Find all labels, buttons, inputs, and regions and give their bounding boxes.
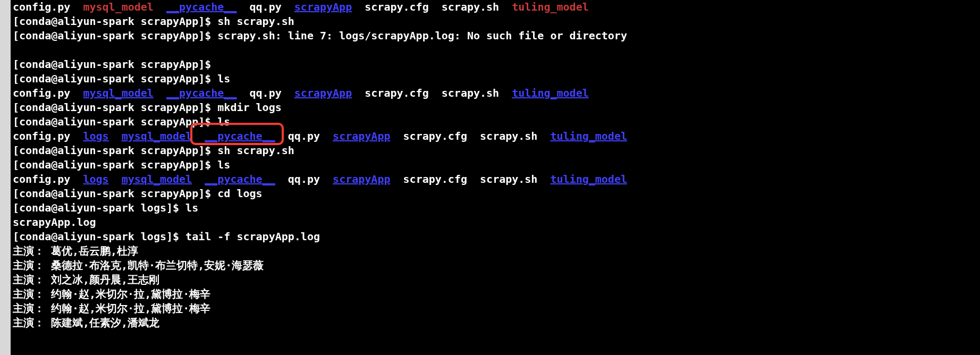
terminal-text-segment: __pycache__ [166, 1, 236, 13]
terminal-text-segment: mysql_model [122, 130, 192, 142]
terminal-text-segment: [conda@aliyun-spark scrapyApp]$ sh scrap… [13, 15, 294, 28]
terminal-text-segment: 主演： 葛优,岳云鹏,杜淳 [13, 244, 138, 257]
terminal-text-segment: mysql_model [83, 1, 153, 13]
terminal-text-segment: qq.py [236, 87, 294, 99]
terminal-text-segment: [conda@aliyun-spark scrapyApp]$ ls [13, 115, 230, 128]
terminal-text-segment: qq.py [275, 130, 333, 142]
terminal-line [13, 43, 980, 57]
terminal-line: config.py mysql_model __pycache__ qq.py … [13, 86, 980, 100]
terminal-text-segment [154, 1, 166, 13]
terminal-line: config.py logs mysql_model __pycache__ q… [13, 172, 980, 187]
terminal-text-segment: [conda@aliyun-spark scrapyApp]$ [13, 58, 217, 71]
terminal-text-segment: scrapyApp.log [13, 216, 96, 229]
terminal-text-segment: logs [83, 130, 108, 142]
terminal-text-segment: [conda@aliyun-spark scrapyApp]$ sh scrap… [13, 144, 294, 157]
terminal-line: [conda@aliyun-spark scrapyApp]$ [13, 57, 980, 72]
terminal-text-segment: tuling_model [512, 87, 589, 99]
terminal-line: config.py logs mysql_model __pycache__ q… [13, 129, 980, 143]
terminal-line: config.py mysql_model __pycache__ qq.py … [13, 0, 980, 14]
terminal-text-segment: 主演： 约翰·赵,米切尔·拉,黛博拉·梅辛 [13, 302, 210, 315]
terminal-text-segment [192, 173, 205, 185]
terminal-line: 主演： 葛优,岳云鹏,杜淳 [13, 244, 980, 258]
terminal-text-segment: scrapyApp [333, 173, 390, 185]
terminal-line: [conda@aliyun-spark scrapyApp]$ scrapy.s… [13, 29, 980, 43]
terminal-text-segment: scrapy.cfg scrapy.sh [390, 173, 550, 185]
terminal-text-segment: logs [83, 173, 108, 185]
terminal-line: [conda@aliyun-spark scrapyApp]$ ls [13, 72, 980, 86]
terminal-line: [conda@aliyun-spark logs]$ tail -f scrap… [13, 230, 980, 244]
terminal-text-segment: scrapy.cfg scrapy.sh [352, 87, 512, 99]
terminal-text-segment [192, 130, 205, 142]
terminal-text-segment: mysql_model [122, 173, 192, 185]
terminal-text-segment: tuling_model [551, 130, 628, 142]
terminal-text-segment: 主演： 陈建斌,任素汐,潘斌龙 [13, 316, 159, 329]
terminal-text-segment: [conda@aliyun-spark scrapyApp]$ scrapy.s… [13, 29, 627, 42]
terminal-text-segment: __pycache__ [205, 130, 275, 142]
terminal-text-segment: config.py [13, 130, 83, 142]
terminal-line: 主演： 刘之冰,颜丹晨,王志刚 [13, 273, 980, 287]
terminal-text-segment: 主演： 刘之冰,颜丹晨,王志刚 [13, 273, 159, 286]
terminal-text-segment [154, 87, 166, 99]
terminal-text-segment: scrapyApp [333, 130, 390, 142]
terminal-line: 主演： 陈建斌,任素汐,潘斌龙 [13, 316, 980, 330]
terminal-text-segment: [conda@aliyun-spark scrapyApp]$ ls [13, 72, 230, 85]
terminal-line: [conda@aliyun-spark scrapyApp]$ ls [13, 158, 980, 172]
terminal-line: [conda@aliyun-spark logs]$ ls [13, 201, 980, 215]
terminal-text-segment: config.py [13, 173, 83, 185]
terminal-text-segment: config.py [13, 1, 83, 13]
terminal-line: 主演： 桑德拉·布洛克,凯特·布兰切特,安妮·海瑟薇 [13, 258, 980, 273]
terminal-text-segment: __pycache__ [166, 87, 236, 99]
terminal-text-segment [13, 44, 19, 56]
terminal-text-segment: [conda@aliyun-spark scrapyApp]$ mkdir lo… [13, 101, 282, 114]
terminal-line: [conda@aliyun-spark scrapyApp]$ ls [13, 115, 980, 129]
terminal-line: 主演： 约翰·赵,米切尔·拉,黛博拉·梅辛 [13, 287, 980, 301]
terminal-text-segment: 主演： 桑德拉·布洛克,凯特·布兰切特,安妮·海瑟薇 [13, 259, 264, 272]
terminal-text-segment [109, 173, 122, 185]
terminal-output[interactable]: config.py mysql_model __pycache__ qq.py … [0, 0, 980, 330]
terminal-text-segment: 主演： 约翰·赵,米切尔·拉,黛博拉·梅辛 [13, 288, 210, 300]
terminal-text-segment: qq.py [236, 1, 294, 13]
terminal-text-segment: mysql_model [83, 87, 153, 99]
terminal-text-segment: qq.py [275, 173, 333, 185]
terminal-line: 主演： 约翰·赵,米切尔·拉,黛博拉·梅辛 [13, 301, 980, 316]
terminal-text-segment: tuling_model [551, 173, 628, 185]
terminal-text-segment [109, 130, 122, 142]
terminal-text-segment: __pycache__ [205, 173, 275, 185]
terminal-text-segment: config.py [13, 87, 83, 99]
terminal-line: [conda@aliyun-spark scrapyApp]$ sh scrap… [13, 143, 980, 158]
terminal-text-segment: scrapyApp [294, 87, 352, 99]
terminal-text-segment: scrapyApp [294, 1, 352, 13]
terminal-text-segment: scrapy.cfg scrapy.sh [352, 1, 512, 13]
terminal-text-segment: [conda@aliyun-spark logs]$ ls [13, 201, 198, 214]
terminal-text-segment: tuling_model [512, 1, 589, 13]
terminal-line: [conda@aliyun-spark scrapyApp]$ cd logs [13, 187, 980, 201]
terminal-text-segment: [conda@aliyun-spark scrapyApp]$ cd logs [13, 187, 263, 200]
terminal-line: scrapyApp.log [13, 215, 980, 230]
terminal-line: [conda@aliyun-spark scrapyApp]$ mkdir lo… [13, 100, 980, 115]
terminal-text-segment: [conda@aliyun-spark scrapyApp]$ ls [13, 158, 230, 171]
terminal-text-segment: scrapy.cfg scrapy.sh [390, 130, 550, 142]
terminal-line: [conda@aliyun-spark scrapyApp]$ sh scrap… [13, 14, 980, 29]
terminal-text-segment: [conda@aliyun-spark logs]$ tail -f scrap… [13, 230, 320, 243]
